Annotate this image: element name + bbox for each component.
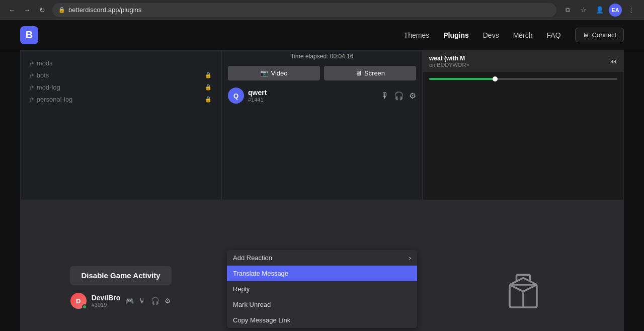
gat-username: DevilBro [92,294,121,302]
connect-icon: 🖥 [583,31,589,39]
plugin-card-show-hidden-channels: #mods #bots 🔒 #mod-log 🔒 #personal-log 🔒… [20,50,221,200]
browser-chrome: ← → ↻ 🔒 betterdiscord.app/plugins ⧉ ☆ 👤 … [0,0,644,20]
plugin-card-free-emojis: FreeEmojis by BetterDiscord If you don't… [423,200,624,331]
extensions-button[interactable]: ⧉ [560,3,575,17]
ctx-mark-unread[interactable]: Mark Unread [227,297,417,312]
headset-icon: 🎧 [151,297,159,305]
ctx-add-reaction[interactable]: Add Reaction › [227,250,417,266]
spotify-progress-bar [429,78,495,80]
gat-user-row: D DevilBro #3019 🎮 🎙 🎧 ⚙ [63,290,179,312]
channel-item-personallog: #personal-log 🔒 [27,93,215,105]
site-nav: Themes Plugins Devs Merch FAQ 🖥 Connect [404,28,624,42]
arrow-right-icon: › [409,254,411,262]
mic-icon: 🎙 [139,297,146,305]
add-reaction-label: Add Reaction [233,254,272,262]
ctc-preview: Time elapsed: 00:04:16 📷 Video 🖥 Screen … [222,51,422,200]
screen-icon: 🖥 [355,69,362,77]
ctx-copy-link[interactable]: Copy Message Link [227,312,417,328]
gat-tag: #3019 [92,302,121,308]
main-content: #mods #bots 🔒 #mod-log 🔒 #personal-log 🔒… [0,50,644,331]
nav-themes[interactable]: Themes [404,31,430,39]
ctc-elapsed: Time elapsed: 00:04:16 [222,51,422,62]
channel-item-bots: #bots 🔒 [27,69,215,81]
spotify-progress [429,78,617,80]
settings-icon: ⚙ [165,297,171,305]
reply-label: Reply [233,285,250,293]
nav-faq[interactable]: FAQ [547,31,561,39]
context-menu: Add Reaction › Translate Message Reply M… [227,250,417,328]
nav-devs[interactable]: Devs [483,31,499,39]
profile-icon[interactable]: 👤 [593,3,607,17]
gat-preview: Disable Game Activity D DevilBro #3019 🎮… [21,201,221,331]
box-icon [501,267,546,312]
ctc-tag: #1441 [248,97,377,103]
plugin-card-gat: Disable Game Activity D DevilBro #3019 🎮… [20,200,221,331]
lock-icon: 🔒 [58,7,65,13]
channel-item-mods: #mods [27,57,215,69]
site-header: B Themes Plugins Devs Merch FAQ 🖥 Connec… [0,20,644,50]
ctc-username: qwert [248,89,377,97]
ctx-reply[interactable]: Reply [227,281,417,297]
browser-actions: ⧉ ☆ 👤 EA ⋮ [560,3,638,17]
back-button[interactable]: ← [6,4,18,16]
refresh-button[interactable]: ↻ [36,4,48,16]
plugin-grid: #mods #bots 🔒 #mod-log 🔒 #personal-log 🔒… [20,50,624,331]
mark-unread-label: Mark Unread [233,301,271,308]
ctc-icons: 🎙 🎧 ⚙ [381,91,416,101]
mic-icon: 🎙 [381,91,389,101]
svg-line-1 [510,285,523,292]
ctc-avatar: Q [228,88,244,104]
ctc-video-btn[interactable]: 📷 Video [228,66,320,80]
address-bar[interactable]: 🔒 betterdiscord.app/plugins [52,3,556,17]
spotify-controls: ⏮ [609,57,617,66]
gat-avatar: D [70,293,87,309]
ctc-user-info: qwert #1441 [248,89,377,103]
translate-label: Translate Message [233,270,288,277]
url-text: betterdiscord.app/plugins [68,6,141,14]
prev-track-icon[interactable]: ⏮ [609,57,617,66]
gat-status-dot [82,304,87,309]
gat-user-info: DevilBro #3019 [92,294,121,308]
site-logo: B [20,26,38,44]
connect-label: Connect [592,31,616,39]
spotify-thumb [493,76,498,81]
video-icon: 📷 [260,69,268,77]
plugin-card-spotify-controls: weat (with M on BODYWOR> ⏮ SpotifyContro… [423,50,624,200]
bookmark-button[interactable]: ☆ [577,3,591,17]
channel-item-modlog: #mod-log 🔒 [27,81,215,93]
logo-icon: B [20,26,38,44]
forward-button[interactable]: → [21,4,33,16]
shc-preview: #mods #bots 🔒 #mod-log 🔒 #personal-log 🔒 [21,51,221,200]
connect-button[interactable]: 🖥 Connect [575,28,624,42]
fe-preview [423,201,623,331]
settings-icon: ⚙ [409,91,416,101]
browser-avatar[interactable]: EA [609,4,622,17]
spotify-album: on BODYWOR> [429,62,609,68]
nav-merch[interactable]: Merch [513,31,533,39]
ctc-screen-btn[interactable]: 🖥 Screen [324,66,416,80]
plugin-card-translator: Add Reaction › Translate Message Reply M… [221,200,423,331]
ctc-buttons: 📷 Video 🖥 Screen [222,62,422,85]
headset-icon: 🎧 [394,91,404,101]
gat-toggle-pill: Disable Game Activity [70,266,171,285]
spotify-track: weat (with M [429,55,609,62]
gat-icons: 🎮 🎙 🎧 ⚙ [125,297,171,305]
spotify-preview: weat (with M on BODYWOR> ⏮ [423,51,623,200]
plugin-card-call-time-counter: Time elapsed: 00:04:16 📷 Video 🖥 Screen … [221,50,423,200]
nav-plugins[interactable]: Plugins [443,31,469,39]
ctx-translate[interactable]: Translate Message [227,266,417,281]
svg-line-2 [523,285,537,292]
gamepad-icon: 🎮 [125,297,134,305]
translator-preview: Add Reaction › Translate Message Reply M… [222,201,422,331]
browser-nav-buttons: ← → ↻ [6,4,48,16]
copy-link-label: Copy Message Link [233,316,290,324]
ctc-user-row: Q qwert #1441 🎙 🎧 ⚙ [222,85,422,107]
spotify-top: weat (with M on BODYWOR> ⏮ [423,51,623,72]
menu-button[interactable]: ⋮ [624,3,638,17]
